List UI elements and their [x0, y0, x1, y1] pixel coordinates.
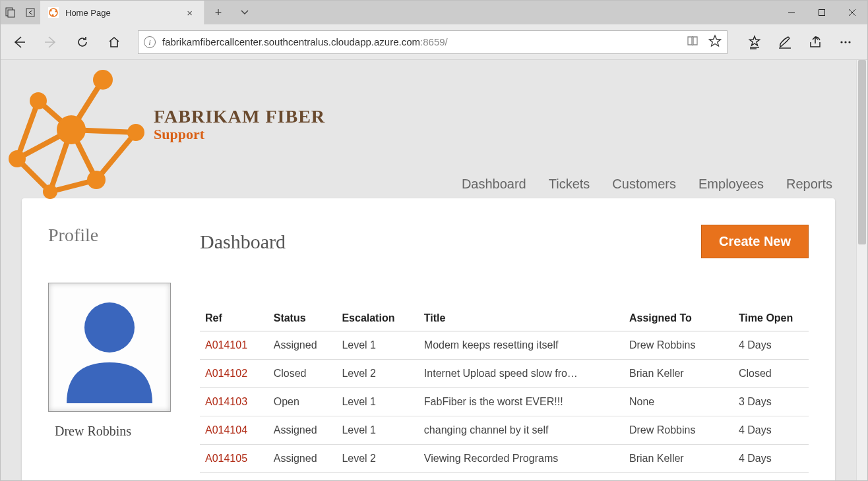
- profile-user-name: Drew Robbins: [55, 424, 200, 439]
- table-row[interactable]: A014105AssignedLevel 2Viewing Recorded P…: [200, 445, 809, 473]
- main-panel: Profile Drew Robbins Dashboard Cre: [22, 198, 835, 480]
- cell-status: Open: [268, 388, 337, 416]
- svg-point-33: [43, 184, 57, 199]
- nav-reports[interactable]: Reports: [786, 177, 832, 192]
- cell-assigned: Drew Robbins: [624, 331, 733, 360]
- tab-aside-icon[interactable]: [5, 7, 16, 18]
- brand-subtitle: Support: [154, 126, 325, 143]
- nav-customers[interactable]: Customers: [612, 177, 676, 192]
- svg-rect-2: [26, 9, 34, 16]
- profile-column: Profile Drew Robbins: [48, 225, 200, 439]
- cell-title: FabFiber is the worst EVER!!!: [419, 388, 624, 416]
- browser-toolbar: i fabrikamfibercallcenter.southcentralus…: [1, 24, 867, 60]
- cell-status: Assigned: [268, 331, 337, 360]
- site-info-icon[interactable]: i: [144, 36, 156, 48]
- svg-point-30: [9, 150, 26, 167]
- favorite-star-icon[interactable]: [708, 34, 722, 50]
- cell-title: Internet Upload speed slow fro…: [419, 360, 624, 388]
- nav-tickets[interactable]: Tickets: [549, 177, 590, 192]
- table-row[interactable]: A014103OpenLevel 1FabFiber is the worst …: [200, 388, 809, 416]
- settings-more-icon[interactable]: [834, 31, 857, 53]
- cell-time: 3 Days: [733, 388, 809, 416]
- cell-ref[interactable]: A014101: [200, 331, 268, 360]
- tab-actions-left: [1, 1, 40, 24]
- svg-point-31: [127, 124, 144, 141]
- reading-view-icon[interactable]: [686, 34, 699, 50]
- page-content: FABRIKAM FIBER Support Dashboard Tickets…: [1, 60, 856, 480]
- home-button[interactable]: [101, 29, 127, 55]
- new-tab-button[interactable]: +: [205, 1, 232, 24]
- cell-status: Assigned: [268, 416, 337, 445]
- cell-escalation: Level 1: [336, 416, 418, 445]
- browser-tab[interactable]: Home Page ×: [40, 1, 205, 24]
- toolbar-right: [738, 31, 862, 53]
- col-assigned: Assigned To: [624, 306, 733, 331]
- dashboard-column: Dashboard Create New Ref Status: [200, 225, 809, 473]
- share-icon[interactable]: [804, 31, 826, 53]
- window-controls: [776, 1, 867, 24]
- cell-ref[interactable]: A014102: [200, 360, 268, 388]
- table-row[interactable]: A014102ClosedLevel 2Internet Upload spee…: [200, 360, 809, 388]
- svg-point-7: [51, 14, 53, 16]
- nav-dashboard[interactable]: Dashboard: [462, 177, 526, 192]
- maximize-button[interactable]: [807, 1, 837, 24]
- tab-set-aside-icon[interactable]: [24, 7, 36, 18]
- favicon-icon: [48, 7, 59, 18]
- cell-ref[interactable]: A014104: [200, 416, 268, 445]
- cell-escalation: Level 1: [336, 388, 418, 416]
- tab-close-icon[interactable]: ×: [183, 7, 197, 18]
- svg-line-24: [96, 132, 136, 180]
- tab-menu-icon[interactable]: [232, 1, 258, 24]
- brand-block: FABRIKAM FIBER Support: [154, 106, 325, 143]
- cell-time: 4 Days: [733, 331, 809, 360]
- minimize-button[interactable]: [776, 1, 807, 24]
- col-status: Status: [268, 306, 337, 331]
- svg-point-35: [84, 302, 135, 353]
- cell-time: 4 Days: [733, 416, 809, 445]
- col-ref: Ref: [200, 306, 268, 331]
- cell-title: changing channel by it self: [419, 416, 624, 445]
- cell-escalation: Level 1: [336, 331, 418, 360]
- col-time: Time Open: [733, 306, 809, 331]
- svg-point-15: [840, 41, 842, 43]
- scrollbar-thumb[interactable]: [858, 60, 866, 244]
- svg-rect-1: [8, 10, 15, 17]
- cell-assigned: Drew Robbins: [624, 416, 733, 445]
- svg-point-5: [49, 9, 51, 11]
- nav-employees[interactable]: Employees: [698, 177, 764, 192]
- table-row[interactable]: A014101AssignedLevel 1Modem keeps resett…: [200, 331, 809, 360]
- viewport: FABRIKAM FIBER Support Dashboard Tickets…: [1, 60, 867, 480]
- cell-ref[interactable]: A014105: [200, 445, 268, 473]
- col-escalation: Escalation: [336, 306, 418, 331]
- create-new-button[interactable]: Create New: [701, 225, 809, 258]
- tickets-table: Ref Status Escalation Title Assigned To …: [200, 306, 809, 473]
- cell-escalation: Level 2: [336, 360, 418, 388]
- svg-point-32: [87, 171, 106, 189]
- titlebar: Home Page × +: [1, 1, 867, 24]
- profile-heading: Profile: [48, 225, 200, 246]
- refresh-button[interactable]: [69, 29, 96, 55]
- url-host: fabrikamfibercallcenter.southcentralus.c…: [162, 36, 420, 47]
- svg-point-6: [55, 10, 57, 12]
- vertical-scrollbar[interactable]: [856, 60, 867, 480]
- notes-icon[interactable]: [774, 31, 796, 53]
- table-row[interactable]: A014104AssignedLevel 1changing channel b…: [200, 416, 809, 445]
- favorites-hub-icon[interactable]: [743, 31, 766, 53]
- cell-time: 4 Days: [733, 445, 809, 473]
- brand-name: FABRIKAM FIBER: [154, 106, 325, 127]
- forward-button[interactable]: [38, 29, 64, 55]
- url-text: fabrikamfibercallcenter.southcentralus.c…: [162, 36, 679, 47]
- table-header-row: Ref Status Escalation Title Assigned To …: [200, 306, 809, 331]
- back-button[interactable]: [6, 29, 32, 55]
- close-window-button[interactable]: [837, 1, 867, 24]
- browser-window: Home Page × + i fabrikamfibe: [0, 0, 868, 481]
- cell-assigned: Brian Keller: [624, 360, 733, 388]
- cell-ref[interactable]: A014103: [200, 388, 268, 416]
- site-logo-icon: [4, 67, 146, 205]
- address-bar[interactable]: i fabrikamfibercallcenter.southcentralus…: [138, 30, 728, 54]
- svg-point-28: [93, 70, 113, 90]
- cell-status: Assigned: [268, 445, 337, 473]
- site-header: FABRIKAM FIBER Support Dashboard Tickets…: [1, 60, 856, 198]
- cell-time: Closed: [733, 360, 809, 388]
- cell-escalation: Level 2: [336, 445, 418, 473]
